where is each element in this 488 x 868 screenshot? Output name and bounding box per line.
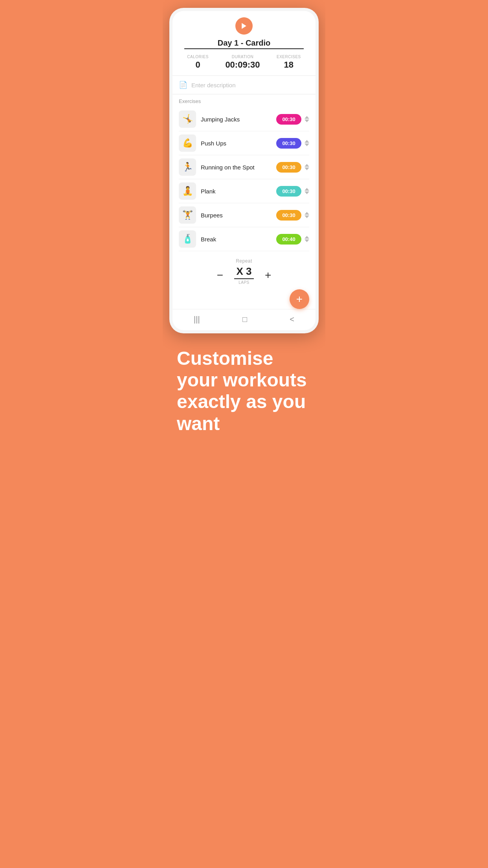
exercise-name: Burpees bbox=[201, 212, 276, 219]
play-icon bbox=[240, 22, 248, 30]
bottom-nav: ||| □ < bbox=[172, 309, 316, 330]
exercise-stepper[interactable] bbox=[305, 212, 309, 218]
nav-back-button[interactable]: < bbox=[290, 315, 294, 324]
exercise-time-badge[interactable]: 00:30 bbox=[276, 210, 301, 221]
exercise-row: 🧘 Plank 00:30 bbox=[179, 179, 309, 203]
exercises-value: 18 bbox=[277, 60, 301, 70]
exercises-list: 🤸 Jumping Jacks 00:30 💪 Push Ups 00:30 🏃… bbox=[179, 107, 309, 251]
exercise-name: Push Ups bbox=[201, 140, 276, 147]
repeat-label: Repeat bbox=[236, 258, 252, 264]
exercise-row: 🏋 Burpees 00:30 bbox=[179, 203, 309, 227]
exercise-stepper[interactable] bbox=[305, 140, 309, 146]
arrow-down-icon[interactable] bbox=[305, 167, 309, 170]
home-icon: □ bbox=[242, 315, 247, 324]
tagline-section: Customise your workouts exactly as you w… bbox=[169, 333, 319, 446]
arrow-down-icon[interactable] bbox=[305, 120, 309, 122]
calories-value: 0 bbox=[187, 60, 209, 70]
exercise-thumb: 🧘 bbox=[179, 182, 196, 200]
nav-menu-button[interactable]: ||| bbox=[194, 315, 200, 324]
exercise-time-badge[interactable]: 00:30 bbox=[276, 138, 301, 149]
nav-home-button[interactable]: □ bbox=[242, 315, 247, 324]
exercise-row: 🤸 Jumping Jacks 00:30 bbox=[179, 107, 309, 131]
arrow-up-icon[interactable] bbox=[305, 164, 309, 167]
exercise-name: Plank bbox=[201, 188, 276, 195]
exercise-stepper[interactable] bbox=[305, 116, 309, 122]
repeat-plus-button[interactable]: + bbox=[262, 269, 274, 281]
stat-exercises: EXERCISES 18 bbox=[277, 55, 301, 70]
arrow-up-icon[interactable] bbox=[305, 212, 309, 215]
exercise-time-badge[interactable]: 00:40 bbox=[276, 234, 301, 245]
stat-duration: DURATION 00:09:30 bbox=[225, 55, 260, 70]
add-exercise-fab[interactable]: + bbox=[290, 289, 309, 309]
duration-value: 00:09:30 bbox=[225, 60, 260, 70]
top-icon-area bbox=[172, 11, 316, 36]
stat-calories: CALORIES 0 bbox=[187, 55, 209, 70]
description-area[interactable]: 📄 Enter description bbox=[172, 75, 316, 94]
exercises-header: Exercises bbox=[179, 98, 309, 104]
exercise-thumb: 🏋 bbox=[179, 206, 196, 224]
tagline-text: Customise your workouts exactly as you w… bbox=[177, 348, 311, 434]
description-icon: 📄 bbox=[179, 81, 187, 89]
exercise-row: 💪 Push Ups 00:30 bbox=[179, 131, 309, 155]
arrow-up-icon[interactable] bbox=[305, 140, 309, 143]
phone-inner: Day 1 - Cardio CALORIES 0 DURATION 00:09… bbox=[172, 11, 316, 330]
arrow-down-icon[interactable] bbox=[305, 143, 309, 146]
repeat-minus-button[interactable]: − bbox=[214, 269, 226, 281]
fab-wrapper: + bbox=[172, 289, 309, 309]
arrow-up-icon[interactable] bbox=[305, 236, 309, 239]
exercise-stepper[interactable] bbox=[305, 164, 309, 170]
exercise-time-badge[interactable]: 00:30 bbox=[276, 114, 301, 125]
exercises-section: Exercises 🤸 Jumping Jacks 00:30 💪 Push U… bbox=[172, 98, 316, 251]
exercise-name: Running on the Spot bbox=[201, 164, 276, 171]
play-icon-circle[interactable] bbox=[235, 17, 253, 35]
repeat-laps-label: LAPS bbox=[234, 280, 254, 285]
exercise-stepper[interactable] bbox=[305, 236, 309, 242]
duration-label: DURATION bbox=[225, 55, 260, 59]
exercise-row: 🧴 Break 00:40 bbox=[179, 227, 309, 251]
exercises-label: EXERCISES bbox=[277, 55, 301, 59]
exercise-stepper[interactable] bbox=[305, 188, 309, 194]
exercise-name: Break bbox=[201, 236, 276, 243]
calories-label: CALORIES bbox=[187, 55, 209, 59]
day-title: Day 1 - Cardio bbox=[184, 36, 304, 49]
repeat-controls: − X 3 LAPS + bbox=[214, 265, 275, 285]
exercise-thumb: 🧴 bbox=[179, 230, 196, 248]
exercise-name: Jumping Jacks bbox=[201, 116, 276, 123]
arrow-up-icon[interactable] bbox=[305, 188, 309, 191]
arrow-down-icon[interactable] bbox=[305, 191, 309, 194]
exercise-thumb: 🤸 bbox=[179, 110, 196, 128]
outer-background: Day 1 - Cardio CALORIES 0 DURATION 00:09… bbox=[163, 0, 325, 446]
exercise-time-badge[interactable]: 00:30 bbox=[276, 162, 301, 173]
repeat-x-value: X 3 bbox=[234, 265, 254, 279]
repeat-section: Repeat − X 3 LAPS + bbox=[172, 251, 316, 289]
exercise-time-badge[interactable]: 00:30 bbox=[276, 186, 301, 197]
stats-row: CALORIES 0 DURATION 00:09:30 EXERCISES 1… bbox=[172, 55, 316, 75]
description-placeholder: Enter description bbox=[191, 82, 236, 88]
arrow-up-icon[interactable] bbox=[305, 116, 309, 119]
back-icon: < bbox=[290, 315, 294, 324]
menu-icon: ||| bbox=[194, 315, 200, 324]
repeat-value-wrap: X 3 LAPS bbox=[234, 265, 254, 285]
arrow-down-icon[interactable] bbox=[305, 239, 309, 242]
exercise-row: 🏃 Running on the Spot 00:30 bbox=[179, 155, 309, 179]
exercise-thumb: 💪 bbox=[179, 134, 196, 152]
phone-frame: Day 1 - Cardio CALORIES 0 DURATION 00:09… bbox=[169, 8, 319, 333]
exercise-thumb: 🏃 bbox=[179, 158, 196, 176]
arrow-down-icon[interactable] bbox=[305, 215, 309, 218]
